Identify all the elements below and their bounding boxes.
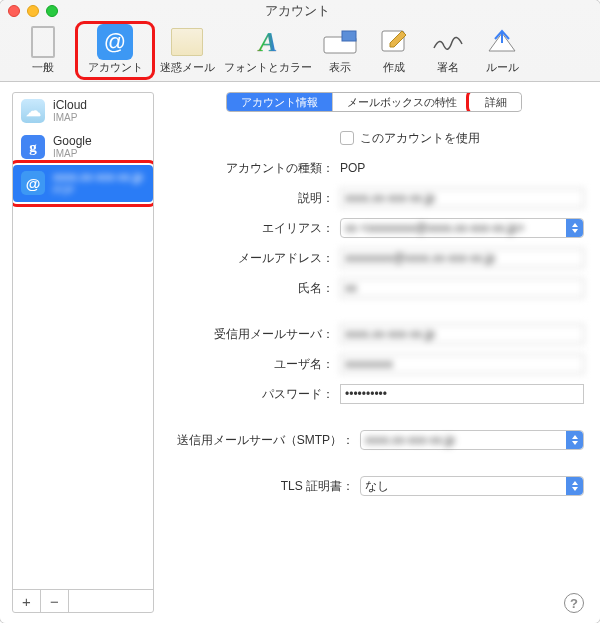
toolbar-accounts[interactable]: @ アカウント: [80, 26, 150, 75]
tls-value: なし: [365, 478, 389, 495]
toolbar-viewing-label: 表示: [329, 60, 351, 75]
toolbar-signatures-label: 署名: [437, 60, 459, 75]
smtp-select[interactable]: xxxx.xx-xxx-xx.jp: [360, 430, 584, 450]
sidebar-item-sublabel: IMAP: [53, 148, 92, 159]
description-input[interactable]: [340, 188, 584, 208]
icloud-icon: ☁︎: [21, 99, 45, 123]
username-input[interactable]: [340, 354, 584, 374]
toolbar-fonts[interactable]: A フォントとカラー: [224, 26, 312, 75]
toolbar-general-label: 一般: [32, 60, 54, 75]
account-type-label: アカウントの種類：: [164, 160, 334, 177]
window-title: アカウント: [58, 2, 536, 20]
toolbar-junk-label: 迷惑メール: [160, 60, 215, 75]
main-panel: アカウント情報 メールボックスの特性 詳細 このアカウントを使用 アカウントの種…: [154, 82, 600, 623]
toolbar-signatures[interactable]: 署名: [422, 26, 474, 75]
tls-select[interactable]: なし: [360, 476, 584, 496]
sidebar-item-label: iCloud: [53, 99, 87, 112]
at-icon: @: [97, 26, 133, 58]
smtp-label: 送信用メールサーバ（SMTP）：: [164, 432, 354, 449]
rules-icon: [484, 26, 520, 58]
general-icon: [25, 26, 61, 58]
accounts-sidebar: ☁︎ iCloud IMAP g Google IMAP @: [12, 92, 154, 613]
toolbar-composing-label: 作成: [383, 60, 405, 75]
toolbar-junk[interactable]: 迷惑メール: [152, 26, 222, 75]
password-label: パスワード：: [164, 386, 334, 403]
sidebar-footer: + −: [13, 589, 153, 612]
at-icon: @: [21, 171, 45, 195]
chevron-updown-icon: [566, 477, 583, 495]
alias-select[interactable]: xx <xxxxxxxx@xxxx.xx-xxx-xx.jp>: [340, 218, 584, 238]
close-window-icon[interactable]: [8, 5, 20, 17]
toolbar-rules-label: ルール: [486, 60, 519, 75]
sidebar-item-label: xxxx.xx-xxx-xx.jp: [53, 171, 143, 184]
incoming-server-label: 受信用メールサーバ：: [164, 326, 334, 343]
enable-account-label: このアカウントを使用: [360, 130, 480, 147]
email-input[interactable]: [340, 248, 584, 268]
toolbar: 一般 @ アカウント 迷惑メール A フォントとカラー 表示 作成: [0, 22, 600, 82]
alias-label: エイリアス：: [164, 220, 334, 237]
google-icon: g: [21, 135, 45, 159]
sidebar-item-sublabel: IMAP: [53, 112, 87, 123]
tab-mailbox-behaviors[interactable]: メールボックスの特性: [332, 93, 471, 111]
titlebar: アカウント: [0, 0, 600, 22]
toolbar-composing[interactable]: 作成: [368, 26, 420, 75]
email-label: メールアドレス：: [164, 250, 334, 267]
tab-advanced[interactable]: 詳細: [471, 95, 521, 110]
sidebar-item-label: Google: [53, 135, 92, 148]
minimize-window-icon[interactable]: [27, 5, 39, 17]
toolbar-fonts-label: フォントとカラー: [224, 60, 312, 75]
composing-icon: [376, 26, 412, 58]
chevron-updown-icon: [566, 219, 583, 237]
alias-value: xx <xxxxxxxx@xxxx.xx-xxx-xx.jp>: [345, 221, 525, 235]
help-button[interactable]: ?: [564, 593, 584, 613]
password-input[interactable]: [340, 384, 584, 404]
account-type-value: POP: [340, 161, 365, 175]
toolbar-general[interactable]: 一般: [8, 26, 78, 75]
fonts-icon: A: [250, 26, 286, 58]
sidebar-item-google[interactable]: g Google IMAP: [13, 129, 153, 165]
sidebar-item-pop-account[interactable]: @ xxxx.xx-xxx-xx.jp POP: [13, 165, 153, 201]
username-label: ユーザ名：: [164, 356, 334, 373]
sidebar-item-sublabel: POP: [53, 185, 143, 196]
tab-account-info[interactable]: アカウント情報: [227, 93, 332, 111]
smtp-value: xxxx.xx-xxx-xx.jp: [365, 433, 455, 447]
description-label: 説明：: [164, 190, 334, 207]
zoom-window-icon[interactable]: [46, 5, 58, 17]
segmented-tabs: アカウント情報 メールボックスの特性 詳細: [226, 92, 522, 112]
toolbar-viewing[interactable]: 表示: [314, 26, 366, 75]
toolbar-accounts-label: アカウント: [88, 60, 143, 75]
remove-account-button[interactable]: −: [41, 590, 69, 612]
toolbar-rules[interactable]: ルール: [476, 26, 528, 75]
svg-rect-1: [342, 31, 356, 41]
viewing-icon: [322, 26, 358, 58]
enable-account-checkbox[interactable]: [340, 131, 354, 145]
add-account-button[interactable]: +: [13, 590, 41, 612]
fullname-label: 氏名：: [164, 280, 334, 297]
signature-icon: [430, 26, 466, 58]
sidebar-item-icloud[interactable]: ☁︎ iCloud IMAP: [13, 93, 153, 129]
junk-icon: [169, 26, 205, 58]
fullname-input[interactable]: [340, 278, 584, 298]
tls-label: TLS 証明書：: [164, 478, 354, 495]
incoming-server-input[interactable]: [340, 324, 584, 344]
chevron-updown-icon: [566, 431, 583, 449]
